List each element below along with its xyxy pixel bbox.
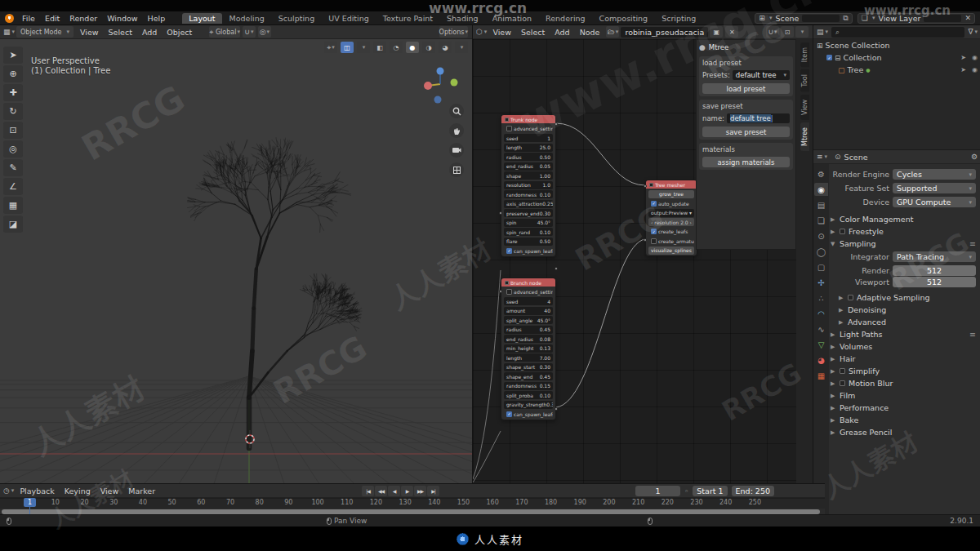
options-dropdown[interactable]: Options▾ — [439, 26, 468, 38]
tab-texture[interactable]: ▦ — [814, 369, 828, 382]
tool-transform[interactable]: ◎ — [3, 140, 23, 158]
timeline[interactable]: ◷▾ PlaybackKeyingViewMarker |◀◀◀◀▶▶▶▶| 1… — [0, 483, 825, 514]
playhead[interactable]: 1 — [24, 498, 36, 507]
outliner-search-input[interactable]: ⌕ — [831, 27, 964, 38]
outliner-row-tree[interactable]: ▢ Tree ● ➤ ◉ — [813, 64, 980, 76]
editor-type-icon[interactable]: ◷ — [3, 487, 10, 495]
node-value-field[interactable]: shape1.00 — [504, 171, 553, 180]
play-reverse-button[interactable]: ◀ — [388, 486, 400, 496]
tab-output[interactable]: ▤ — [814, 198, 828, 211]
transform-orientation-dropdown[interactable]: ⌖ Global▾ — [209, 26, 240, 38]
panel-section-sampling[interactable]: ▼ Sampling ≡ — [831, 238, 976, 250]
jump-to-start-button[interactable]: |◀ — [362, 486, 374, 496]
workspace-tab[interactable]: Modeling — [223, 13, 271, 24]
node-value-field[interactable]: seed1 — [504, 134, 553, 142]
ortho-toggle-icon[interactable] — [449, 162, 464, 177]
navigation-gizmo[interactable] — [418, 63, 461, 105]
preset-name-input[interactable]: default tree| — [727, 113, 790, 123]
workspace-tab[interactable]: Compositing — [593, 13, 655, 24]
panel-section[interactable]: ▶ Color Management — [831, 213, 976, 225]
tree-name-field[interactable]: robinia_pseudacacia — [621, 27, 708, 38]
workspace-tab[interactable]: Animation — [486, 13, 538, 24]
node-value-field[interactable]: radius0.50 — [504, 153, 553, 161]
render-visibility-icon[interactable]: ◉ — [972, 66, 978, 73]
topbar-menu[interactable]: File — [17, 13, 40, 24]
panel-section[interactable]: ▶ Performance — [831, 402, 976, 414]
shading-rendered-button[interactable]: ◕ — [439, 42, 452, 53]
checkbox[interactable] — [840, 368, 845, 374]
timeline-menu[interactable]: Marker — [123, 486, 160, 496]
node-value-field[interactable]: randomness0.10 — [504, 190, 553, 198]
panel-section[interactable]: ▶ Light Paths ≡ — [831, 328, 976, 340]
viewport-3d[interactable]: ▦▾ Object Mode▾ ViewSelectAddObject ⌖ Gl… — [0, 25, 472, 483]
tree-browse-dropdown[interactable]: 🗁▾ — [606, 26, 619, 38]
tab-view-layer[interactable]: ❏ — [814, 214, 828, 227]
panel-section[interactable]: ▶ Hair — [831, 353, 976, 365]
tool-scale[interactable]: ⊡ — [3, 122, 23, 139]
checkbox[interactable] — [840, 380, 845, 386]
resolution-slider[interactable]: ‹ resolution2.0 › — [648, 218, 694, 226]
node-value-field[interactable]: split_angle45.0° — [504, 316, 553, 324]
panel-subsection[interactable]: ▶ Adaptive Sampling — [839, 291, 976, 304]
topbar-menu[interactable]: Render — [65, 13, 102, 24]
play-button[interactable]: ▶ — [401, 486, 413, 496]
preset-dropdown[interactable]: default tree▾ — [733, 70, 790, 80]
panel-section[interactable]: ▶ Volumes — [831, 340, 976, 353]
node-value-field[interactable]: end_radius0.05 — [504, 162, 553, 171]
outliner[interactable]: ▤▾ ⌕ ∇▾ ⊞ Scene Collection ⊟ Collection … — [813, 25, 980, 149]
tab-physics[interactable]: ◠ — [814, 307, 828, 320]
integrator-dropdown[interactable]: Path Tracing▾ — [893, 251, 976, 262]
tab-scene[interactable]: ⊙ — [814, 229, 828, 242]
sidebar-tab[interactable]: View — [800, 95, 809, 120]
node-header[interactable]: Trunk node — [501, 115, 555, 123]
tool-cursor[interactable]: ⊕ — [3, 65, 23, 82]
collection-checkbox[interactable] — [826, 55, 832, 60]
node-value-field[interactable]: flare0.50 — [504, 238, 553, 246]
node-value-field[interactable]: resolution1.0 — [504, 181, 553, 189]
checkbox[interactable] — [848, 295, 853, 300]
new-scene-icon[interactable]: ⧉ — [843, 14, 848, 22]
overlap-toggle[interactable]: ⊡ — [781, 26, 794, 38]
node-editor-menu[interactable]: Select — [516, 27, 550, 38]
prev-keyframe-button[interactable]: ◀◀ — [375, 486, 387, 496]
frame-start-field[interactable]: Start1 — [693, 486, 727, 496]
tab-material[interactable]: ◕ — [814, 353, 828, 367]
preset-icon[interactable]: ≡ — [969, 330, 976, 339]
gizmos-dropdown[interactable]: ⌖▾ — [324, 42, 337, 53]
grow-tree-button[interactable]: grow_tree — [648, 190, 694, 198]
topbar-menu[interactable]: Edit — [40, 13, 65, 24]
topbar-menu[interactable]: Window — [102, 13, 142, 24]
checkbox[interactable] — [840, 229, 845, 234]
node-value-field[interactable]: gravity_strength0.30 — [504, 401, 553, 409]
xray-toggle[interactable]: ◧ — [373, 42, 386, 53]
auto-keying-icon[interactable]: ◦ — [684, 487, 688, 495]
save-preset-button[interactable]: save preset — [702, 127, 790, 137]
render-samples-field[interactable]: 512 — [893, 265, 976, 276]
preset-icon[interactable]: ≡ — [969, 239, 976, 248]
dropdown[interactable]: Supported▾ — [893, 183, 976, 193]
editor-type-icon[interactable]: ▦ — [3, 28, 11, 36]
snap-toggle[interactable]: ∪▾ — [243, 26, 256, 38]
panel-section[interactable]: ▶ Motion Blur — [831, 377, 976, 389]
node-value-field[interactable]: spin45.0° — [504, 219, 553, 227]
outliner-row-scene-collection[interactable]: ⊞ Scene Collection — [813, 39, 980, 51]
node-value-field[interactable]: shape_end0.45 — [504, 372, 553, 380]
shading-dropdown[interactable]: ▾ — [455, 42, 468, 53]
viewport-menu[interactable]: Select — [104, 27, 137, 38]
node-value-field[interactable]: randomness0.15 — [504, 382, 553, 390]
tab-constraints[interactable]: ∿ — [814, 322, 828, 335]
node-editor[interactable]: ⬡▾ ViewSelectAddNode 🗁▾ robinia_pseudaca… — [472, 25, 813, 483]
panel-subsection[interactable]: ▶ Denoising — [839, 304, 976, 316]
node-editor-menu[interactable]: View — [488, 27, 516, 38]
timeline-menu[interactable]: View — [96, 486, 124, 496]
node-value-field[interactable]: length25.0 — [504, 144, 553, 152]
node-value-field[interactable]: shape_start0.30 — [504, 363, 553, 371]
tool-rotate[interactable]: ↻ — [3, 103, 23, 120]
snap-node-toggle[interactable]: ∪▾ — [766, 26, 779, 38]
viewport-menu[interactable]: Add — [137, 27, 162, 38]
node-value-field[interactable]: min_height0.13 — [504, 344, 553, 353]
tree-mesher-node[interactable]: Tree mesher grow_tree auto_update output… — [645, 180, 697, 256]
shading-solid-button[interactable]: ● — [406, 42, 419, 53]
properties-editor[interactable]: ≡▾ ⊙ Scene ⚙ ⚙◉▤❏⊙◯▢✢∴◠∿▽◕▦ Render Engin… — [813, 149, 980, 514]
workspace-tab[interactable]: Texture Paint — [376, 13, 439, 24]
